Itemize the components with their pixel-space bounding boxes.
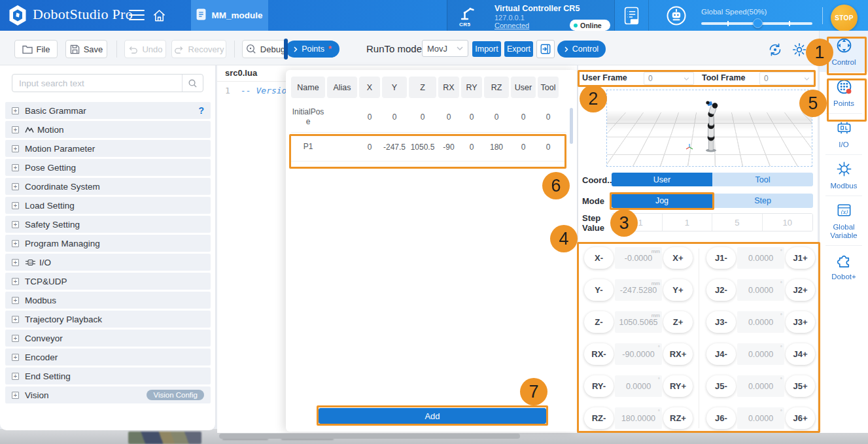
robot-3d-viewport[interactable] xyxy=(606,90,812,167)
sidebar-item-control[interactable]: Control xyxy=(820,31,868,72)
import-button[interactable]: Import xyxy=(472,41,501,57)
sidebar-item-dobot[interactable]: Dobot+ xyxy=(820,245,868,286)
global-speed-handle[interactable] xyxy=(753,18,763,28)
sidebar-item-end-setting[interactable]: +End Setting xyxy=(5,367,211,384)
jog-x-minus-button[interactable]: X- xyxy=(584,247,614,269)
jog-z-minus-button[interactable]: Z- xyxy=(584,311,614,333)
jog-rx-minus-button[interactable]: RX- xyxy=(584,343,614,365)
jog-y-minus-button[interactable]: Y- xyxy=(584,279,614,301)
expand-icon[interactable]: + xyxy=(12,354,19,361)
panel-toggle-button[interactable] xyxy=(536,40,555,58)
expand-icon[interactable]: + xyxy=(12,183,19,190)
tool-frame-select[interactable]: 0 xyxy=(759,72,814,85)
recovery-button[interactable]: Recovery xyxy=(171,40,226,58)
jog-rz-plus-button[interactable]: RZ+ xyxy=(663,407,693,429)
runto-mode-select[interactable]: MovJ xyxy=(422,40,468,57)
sidebar-item-load-setting[interactable]: +Load Setting xyxy=(5,197,211,214)
sidebar-item-coordinate-system[interactable]: +Coordinate System xyxy=(5,178,211,195)
file-button[interactable]: File xyxy=(14,40,58,58)
expand-icon[interactable]: + xyxy=(12,107,19,114)
column-header-ry[interactable]: RY xyxy=(461,77,482,98)
expand-icon[interactable]: + xyxy=(12,221,19,228)
sidebar-item-trajectory-playback[interactable]: +Trajectory Playback xyxy=(5,311,211,328)
expand-icon[interactable]: + xyxy=(12,316,19,323)
settings-gear-icon[interactable] xyxy=(791,42,807,60)
jog-x-plus-button[interactable]: X+ xyxy=(663,247,693,269)
column-header-alias[interactable]: Alias xyxy=(327,77,357,98)
sidebar-item-conveyor[interactable]: +Conveyor xyxy=(5,330,211,347)
sidebar-item-modbus[interactable]: Modbus xyxy=(820,154,868,196)
points-row-initialpose[interactable]: InitialPose00000000 xyxy=(291,101,566,133)
vision-config-badge[interactable]: Vision Config xyxy=(147,390,204,400)
jog-j3-minus-button[interactable]: J3- xyxy=(706,311,736,333)
sidebar-item-safety-setting[interactable]: +Safety Setting xyxy=(5,216,211,233)
expand-icon[interactable]: + xyxy=(12,392,19,399)
search-icon[interactable] xyxy=(182,75,203,92)
column-header-tool[interactable]: Tool xyxy=(538,77,559,98)
column-header-z[interactable]: Z xyxy=(409,77,436,98)
debug-button[interactable]: Debug xyxy=(242,40,289,58)
expand-icon[interactable]: + xyxy=(12,145,19,152)
sidebar-item-program-managing[interactable]: +Program Managing xyxy=(5,235,211,252)
control-toolbar-button[interactable]: Control xyxy=(557,41,606,58)
sidebar-item-encoder[interactable]: +Encoder xyxy=(5,349,211,366)
undo-button[interactable]: Undo xyxy=(124,40,166,58)
step-value-5[interactable]: 5 xyxy=(712,214,763,231)
stop-button[interactable]: STOP xyxy=(831,5,858,31)
sidebar-item-i-o[interactable]: +10I/O xyxy=(5,254,211,271)
step-value-10[interactable]: 10 xyxy=(763,214,813,231)
jog-j1-plus-button[interactable]: J1+ xyxy=(786,247,815,269)
step-value-1[interactable]: 1 xyxy=(663,214,713,231)
expand-icon[interactable]: + xyxy=(12,335,19,342)
column-header-rz[interactable]: RZ xyxy=(484,77,509,98)
sidebar-item-points[interactable]: Points xyxy=(820,72,868,113)
jog-ry-plus-button[interactable]: RY+ xyxy=(663,375,693,397)
expand-icon[interactable]: + xyxy=(12,297,19,304)
column-header-user[interactable]: User xyxy=(511,77,536,98)
expand-icon[interactable]: + xyxy=(12,373,19,380)
controller-panel[interactable]: CR5 Virtual Controller CR5 127.0.0.1 Con… xyxy=(447,0,615,31)
jog-j4-plus-button[interactable]: J4+ xyxy=(786,343,815,365)
jog-j2-minus-button[interactable]: J2- xyxy=(706,279,736,301)
robot-status-icon[interactable] xyxy=(666,5,687,29)
expand-icon[interactable]: + xyxy=(12,164,19,171)
tab-mm-module[interactable]: MM_module xyxy=(191,0,268,31)
user-frame-select[interactable]: 0 xyxy=(644,72,694,85)
mode-step-option[interactable]: Step xyxy=(712,194,813,208)
column-header-name[interactable]: Name xyxy=(291,77,325,98)
jog-j3-plus-button[interactable]: J3+ xyxy=(786,311,815,333)
coord-user-option[interactable]: User xyxy=(612,173,712,186)
coord-tool-option[interactable]: Tool xyxy=(712,173,813,186)
sidebar-item-modbus[interactable]: +Modbus xyxy=(5,292,211,309)
jog-j6-plus-button[interactable]: J6+ xyxy=(786,407,815,429)
sidebar-item-motion[interactable]: +Motion xyxy=(5,121,211,138)
jog-j4-minus-button[interactable]: J4- xyxy=(706,343,736,365)
expand-icon[interactable]: + xyxy=(12,259,19,266)
column-header-x[interactable]: X xyxy=(359,77,380,98)
expand-icon[interactable]: + xyxy=(12,126,19,133)
connected-link[interactable]: Connected xyxy=(495,22,529,29)
save-button[interactable]: Save xyxy=(65,40,107,58)
log-button[interactable]: LOG xyxy=(615,0,649,31)
column-header-rx[interactable]: RX xyxy=(438,77,459,98)
jog-z-plus-button[interactable]: Z+ xyxy=(663,311,693,333)
jog-j2-plus-button[interactable]: J2+ xyxy=(786,279,815,301)
jog-j1-minus-button[interactable]: J1- xyxy=(706,247,736,269)
table-scrollbar[interactable] xyxy=(570,108,573,144)
step-value-0.1[interactable]: 0.1 xyxy=(612,214,663,231)
sync-position-icon[interactable] xyxy=(767,42,783,60)
mode-jog-option[interactable]: Jog xyxy=(612,194,712,208)
help-icon[interactable]: ? xyxy=(198,105,204,116)
add-point-button[interactable]: Add xyxy=(319,408,546,424)
points-row-p1[interactable]: P10-247.51050.5-90018000 xyxy=(291,133,566,162)
home-icon[interactable] xyxy=(152,8,167,26)
sidebar-item-basic-grammar[interactable]: +Basic Grammar? xyxy=(5,102,211,119)
column-header-y[interactable]: Y xyxy=(382,77,407,98)
expand-icon[interactable]: + xyxy=(12,202,19,209)
sidebar-item-i-o[interactable]: I/O xyxy=(820,113,868,154)
points-toolbar-button[interactable]: Points* xyxy=(286,41,339,58)
sidebar-item-pose-getting[interactable]: +Pose Getting xyxy=(5,159,211,176)
sidebar-item-vision[interactable]: +VisionVision Config xyxy=(5,386,211,403)
sidebar-item-motion-parameter[interactable]: +Motion Parameter xyxy=(5,140,211,157)
menu-icon[interactable] xyxy=(129,10,145,21)
